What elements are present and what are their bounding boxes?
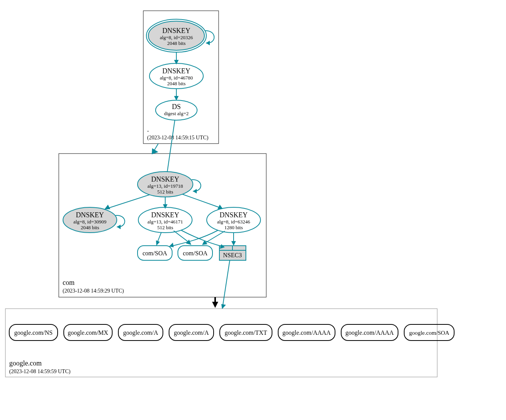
node-google-ns: google.com/NS <box>9 324 58 341</box>
svg-text:512 bits: 512 bits <box>157 189 173 195</box>
svg-marker-8 <box>174 60 179 64</box>
svg-text:digest alg=2: digest alg=2 <box>164 111 189 116</box>
zone-google-label: google.com <box>9 359 41 367</box>
svg-text:DNSKEY: DNSKEY <box>151 175 179 183</box>
svg-text:DNSKEY: DNSKEY <box>151 211 179 219</box>
svg-marker-55 <box>202 240 207 245</box>
zone-com-label: com <box>63 279 75 286</box>
svg-text:2048 bits: 2048 bits <box>167 81 186 86</box>
svg-text:alg=8, id=63246: alg=8, id=63246 <box>217 219 251 225</box>
svg-text:google.com/SOA: google.com/SOA <box>409 330 450 336</box>
svg-text:com/SOA: com/SOA <box>143 250 167 256</box>
dnssec-diagram: . (2023-12-08 14:59:15 UTC) DNSKEY alg=8… <box>0 0 506 420</box>
svg-marker-59 <box>212 302 218 308</box>
svg-text:2048 bits: 2048 bits <box>81 225 99 230</box>
svg-marker-25 <box>193 189 197 193</box>
svg-text:NSEC3: NSEC3 <box>223 252 242 258</box>
svg-text:alg=8, id=30909: alg=8, id=30909 <box>73 219 106 225</box>
svg-text:google.com/A: google.com/A <box>123 329 158 336</box>
svg-text:google.com/AAAA: google.com/AAAA <box>345 329 394 336</box>
node-google-soa: google.com/SOA <box>404 324 454 341</box>
node-google-a-1: google.com/A <box>118 324 163 341</box>
svg-text:DNSKEY: DNSKEY <box>76 211 104 219</box>
svg-text:alg=8, id=20326: alg=8, id=20326 <box>160 35 193 40</box>
svg-text:alg=13, id=19718: alg=13, id=19718 <box>148 183 183 189</box>
svg-text:alg=13, id=46171: alg=13, id=46171 <box>148 219 183 225</box>
svg-text:google.com/AAAA: google.com/AAAA <box>282 329 331 336</box>
node-google-mx: google.com/MX <box>64 324 112 341</box>
node-google-a-2: google.com/A <box>169 324 214 341</box>
node-nsec3: NSEC3 <box>219 246 246 260</box>
node-com-key-63246: DNSKEY alg=8, id=63246 1280 bits <box>207 207 260 233</box>
zone-com-timestamp: (2023-12-08 14:59:29 UTC) <box>63 288 124 294</box>
svg-marker-51 <box>156 240 160 246</box>
svg-text:google.com/NS: google.com/NS <box>14 329 53 336</box>
svg-text:1280 bits: 1280 bits <box>224 225 243 230</box>
node-com-key-46171: DNSKEY alg=13, id=46171 512 bits <box>138 207 192 233</box>
zone-root-label: . <box>147 126 149 133</box>
node-google-aaaa-2: google.com/AAAA <box>341 324 398 341</box>
node-root-zsk: DNSKEY alg=8, id=46780 2048 bits <box>149 63 203 89</box>
svg-text:alg=8, id=46780: alg=8, id=46780 <box>160 75 193 81</box>
svg-text:DS: DS <box>172 103 181 111</box>
svg-text:com/SOA: com/SOA <box>183 250 207 256</box>
node-google-aaaa-1: google.com/AAAA <box>278 324 335 341</box>
svg-text:DNSKEY: DNSKEY <box>162 27 190 35</box>
svg-text:2048 bits: 2048 bits <box>167 40 186 46</box>
node-google-txt: google.com/TXT <box>220 324 272 341</box>
svg-rect-57 <box>5 309 437 377</box>
zone-root-timestamp: (2023-12-08 14:59:15 UTC) <box>147 135 209 141</box>
svg-text:google.com/MX: google.com/MX <box>68 329 108 336</box>
node-com-key-30909: DNSKEY alg=8, id=30909 2048 bits <box>63 207 117 233</box>
node-root-ksk: DNSKEY alg=8, id=20326 2048 bits <box>146 19 206 52</box>
zone-google: google.com (2023-12-08 14:59:59 UTC) <box>5 309 437 377</box>
node-com-soa-1: com/SOA <box>138 246 172 260</box>
svg-marker-26 <box>105 205 110 209</box>
node-com-soa-2: com/SOA <box>178 246 212 260</box>
svg-text:512 bits: 512 bits <box>157 225 173 230</box>
svg-marker-56 <box>231 241 236 246</box>
node-com-ksk: DNSKEY alg=13, id=19718 512 bits <box>138 172 193 197</box>
svg-text:google.com/TXT: google.com/TXT <box>225 329 267 336</box>
svg-text:google.com/A: google.com/A <box>174 329 209 336</box>
svg-marker-34 <box>117 225 121 229</box>
svg-marker-58 <box>221 304 226 309</box>
node-root-ds: DS digest alg=2 <box>156 100 197 120</box>
zone-google-timestamp: (2023-12-08 14:59:59 UTC) <box>9 369 71 375</box>
svg-marker-6 <box>206 41 210 45</box>
svg-marker-28 <box>163 204 168 209</box>
svg-text:DNSKEY: DNSKEY <box>162 67 190 75</box>
svg-marker-54 <box>169 243 174 247</box>
svg-text:DNSKEY: DNSKEY <box>219 211 247 219</box>
